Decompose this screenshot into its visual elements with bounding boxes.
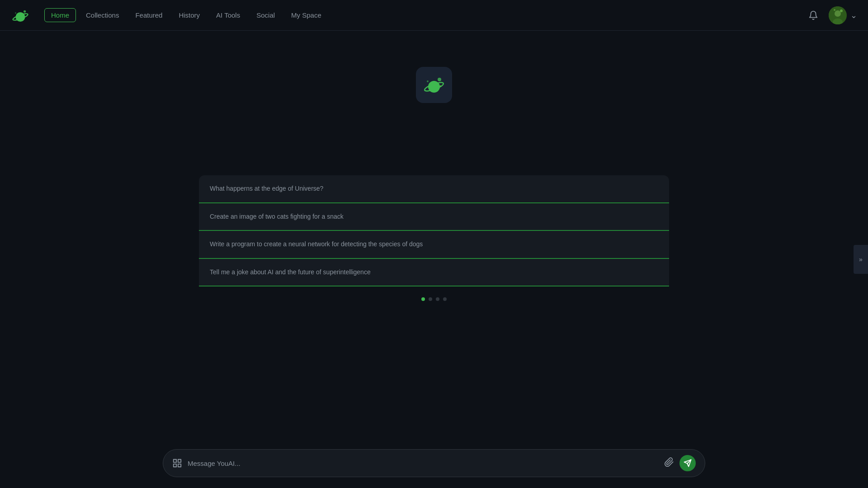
center-logo (416, 67, 452, 103)
center-logo-icon (421, 72, 447, 98)
svg-rect-18 (174, 464, 176, 467)
header: Home Collections Featured History AI Too… (0, 0, 868, 31)
send-button[interactable] (679, 455, 696, 471)
dot-3[interactable] (443, 297, 447, 301)
svg-rect-17 (178, 464, 181, 467)
notifications-button[interactable] (805, 7, 821, 23)
svg-point-12 (438, 78, 441, 81)
nav-history[interactable]: History (172, 9, 206, 22)
attach-button[interactable] (664, 457, 674, 469)
nav-featured[interactable]: Featured (129, 9, 169, 22)
svg-rect-15 (174, 460, 176, 462)
avatar-image (829, 6, 847, 24)
nav-home[interactable]: Home (44, 8, 76, 22)
send-icon (684, 459, 692, 467)
svg-point-8 (834, 9, 835, 11)
header-left: Home Collections Featured History AI Too… (11, 6, 328, 25)
nav-ai-tools[interactable]: AI Tools (210, 9, 246, 22)
svg-point-7 (840, 9, 843, 12)
suggestion-card-3[interactable]: Tell me a joke about AI and the future o… (199, 259, 669, 287)
paperclip-icon (664, 457, 674, 467)
dot-2[interactable] (436, 297, 439, 301)
svg-rect-16 (178, 460, 181, 462)
main-nav: Home Collections Featured History AI Too… (44, 8, 328, 22)
double-chevron-right-icon: » (859, 256, 863, 263)
expand-icon (172, 458, 182, 468)
dot-0[interactable] (421, 297, 425, 301)
input-actions (664, 455, 696, 471)
suggestion-card-1[interactable]: Create an image of two cats fighting for… (199, 203, 669, 231)
suggestion-card-0[interactable]: What happerns at the edge of Universe? (199, 175, 669, 203)
carousel-dots (421, 297, 447, 301)
svg-point-2 (24, 10, 26, 12)
svg-point-3 (15, 12, 16, 14)
suggestion-card-2[interactable]: Write a program to create a neural netwo… (199, 231, 669, 259)
header-right: ⌄ (805, 6, 857, 24)
expand-button[interactable] (172, 458, 182, 468)
logo (11, 6, 30, 25)
user-avatar-container[interactable]: ⌄ (829, 6, 857, 24)
avatar (829, 6, 847, 24)
svg-point-5 (835, 10, 841, 17)
suggestions-container: What happerns at the edge of Universe? C… (199, 175, 669, 286)
bell-icon (808, 10, 818, 20)
svg-point-14 (440, 85, 441, 87)
input-bar (163, 449, 705, 477)
logo-icon (11, 6, 30, 25)
svg-point-13 (427, 80, 429, 82)
nav-collections[interactable]: Collections (80, 9, 125, 22)
message-input[interactable] (188, 460, 659, 467)
nav-my-space[interactable]: My Space (285, 9, 328, 22)
side-arrow-button[interactable]: » (854, 245, 868, 274)
dot-1[interactable] (429, 297, 432, 301)
chevron-down-icon: ⌄ (850, 10, 857, 20)
main-content: What happerns at the edge of Universe? C… (0, 31, 868, 488)
nav-social[interactable]: Social (250, 9, 281, 22)
